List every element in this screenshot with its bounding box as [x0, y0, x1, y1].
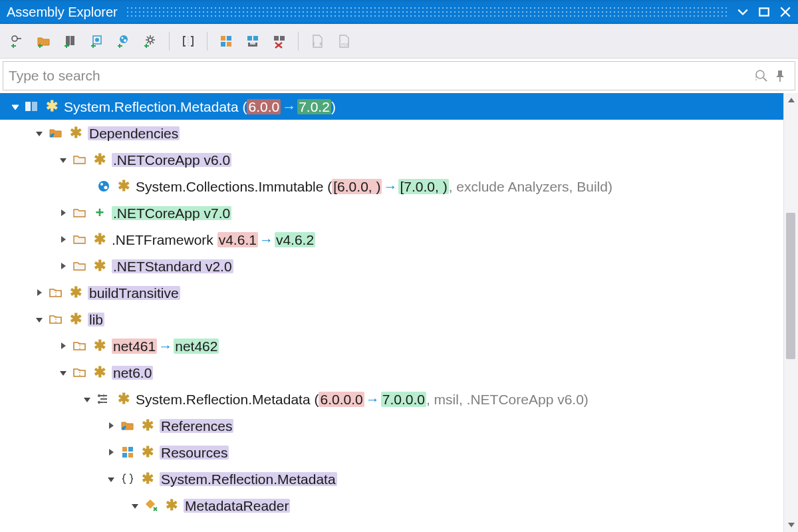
folder-icon	[72, 258, 88, 274]
add-reference-icon[interactable]	[5, 29, 29, 53]
assembly-tree[interactable]: ✱ System.Reflection.Metadata (6.0.0→7.0.…	[0, 93, 783, 532]
svg-rect-19	[250, 43, 255, 45]
svg-marker-61	[788, 98, 795, 102]
clear-icon[interactable]	[267, 29, 291, 53]
close-icon[interactable]	[779, 6, 791, 18]
add-stacked-icon[interactable]	[59, 29, 82, 53]
svg-marker-41	[36, 318, 43, 323]
search-input[interactable]	[9, 68, 752, 84]
settings-icon[interactable]	[138, 29, 162, 53]
vertical-scrollbar[interactable]	[783, 93, 798, 532]
tree-node-srm-lib[interactable]: ✱ System.Reflection.Metadata (6.0.0.0→7.…	[0, 386, 783, 412]
assembly-split-icon	[96, 391, 112, 407]
node-label: .NETCoreApp v7.0	[112, 206, 231, 220]
save-list-icon[interactable]	[241, 29, 265, 53]
grid-icon[interactable]	[214, 29, 238, 53]
xml-doc-icon[interactable]	[305, 29, 329, 53]
folder-split-icon	[72, 364, 88, 380]
expand-toggle[interactable]	[32, 312, 47, 327]
tree-node-net46x[interactable]: ✱ net461→net462	[0, 332, 783, 359]
pin-icon[interactable]	[771, 68, 789, 83]
expand-toggle[interactable]	[32, 126, 47, 140]
svg-rect-15	[221, 42, 225, 47]
svg-marker-30	[36, 132, 43, 136]
diff-marker-icon: ✱	[92, 338, 108, 353]
expand-toggle[interactable]	[8, 99, 23, 114]
pdb-doc-icon[interactable]: PDB	[332, 29, 356, 53]
tree-root-node[interactable]: ✱ System.Reflection.Metadata (6.0.0→7.0.…	[0, 93, 783, 120]
toolbar-separator	[169, 32, 170, 51]
expand-toggle[interactable]	[56, 152, 70, 167]
scroll-thumb[interactable]	[786, 213, 795, 359]
svg-point-8	[120, 35, 128, 43]
diff-marker-icon: ✱	[68, 126, 84, 140]
node-label: Resources	[160, 446, 229, 460]
expand-toggle[interactable]	[104, 445, 118, 460]
expand-toggle[interactable]	[104, 418, 118, 433]
diff-marker-icon: ✱	[140, 418, 156, 433]
tree-node-netframework[interactable]: ✱ .NETFramework v4.6.1→v4.6.2	[0, 226, 783, 253]
tree-node-netstandard[interactable]: ✱ .NETStandard v2.0	[0, 253, 783, 279]
window-title: Assembly Explorer	[7, 5, 118, 20]
tree-node-lib[interactable]: ✱ lib	[0, 306, 783, 332]
nuget-icon	[96, 178, 112, 194]
tree-node-resources[interactable]: ✱ Resources	[0, 439, 783, 466]
svg-marker-36	[61, 209, 66, 216]
expand-toggle[interactable]	[104, 471, 118, 486]
tree-container: ✱ System.Reflection.Metadata (6.0.0→7.0.…	[0, 93, 798, 532]
svg-rect-57	[128, 453, 133, 458]
diff-marker-icon: ✱	[140, 471, 156, 486]
svg-marker-43	[61, 342, 66, 349]
diff-marker-icon: ✱	[92, 152, 108, 167]
svg-marker-59	[132, 504, 138, 509]
node-label: .NETStandard v2.0	[112, 259, 233, 273]
svg-marker-37	[61, 236, 66, 243]
add-module-icon[interactable]	[85, 29, 109, 53]
svg-rect-17	[247, 36, 252, 41]
dropdown-icon[interactable]	[737, 6, 749, 18]
svg-point-49	[98, 394, 100, 397]
svg-point-50	[98, 401, 100, 404]
tree-node-namespace[interactable]: ✱ System.Reflection.Metadata	[0, 466, 783, 492]
scroll-down-icon[interactable]	[785, 519, 797, 531]
expand-toggle[interactable]	[56, 205, 70, 220]
brackets-icon[interactable]	[176, 29, 200, 53]
node-label: System.Collections.Immutable ([6.0.0, )→…	[136, 180, 612, 194]
folder-link-icon	[48, 125, 64, 141]
svg-rect-5	[70, 36, 74, 45]
svg-marker-47	[84, 398, 90, 402]
expand-toggle[interactable]	[56, 232, 70, 247]
add-nuget-icon[interactable]	[112, 29, 136, 53]
svg-rect-55	[128, 447, 133, 452]
node-label: System.Reflection.Metadata (6.0.0.0→7.0.…	[136, 392, 589, 406]
expand-toggle[interactable]	[128, 498, 142, 513]
tree-node-buildtransitive[interactable]: ✱ buildTransitive	[0, 279, 783, 306]
diff-marker-icon: ✱	[116, 179, 132, 194]
open-folder-icon[interactable]	[32, 29, 56, 53]
tree-node-netcoreapp6[interactable]: ✱ .NETCoreApp v6.0	[0, 146, 783, 173]
scroll-up-icon[interactable]	[785, 94, 797, 106]
tree-node-metadatareader[interactable]: ✱ MetadataReader	[0, 492, 783, 519]
expand-toggle[interactable]	[56, 365, 70, 380]
expand-toggle[interactable]	[56, 259, 70, 273]
expand-toggle[interactable]	[56, 338, 70, 353]
toolbar-separator	[207, 32, 207, 51]
node-label: .NETCoreApp v6.0	[112, 153, 231, 167]
search-icon[interactable]	[752, 68, 771, 83]
tree-node-references[interactable]: ✱ References	[0, 412, 783, 439]
tree-node-sci[interactable]: ✱ System.Collections.Immutable ([6.0.0, …	[0, 173, 783, 200]
node-label: .NETFramework v4.6.1→v4.6.2	[112, 233, 315, 247]
svg-point-23	[756, 70, 764, 78]
svg-rect-18	[253, 36, 258, 41]
node-label: buildTransitive	[88, 286, 180, 300]
diff-marker-icon: ✱	[116, 392, 132, 406]
tree-node-dependencies[interactable]: ✱ Dependencies	[0, 120, 783, 146]
tree-node-net60[interactable]: ✱ net6.0	[0, 359, 783, 386]
diff-marker-icon: ✱	[92, 365, 108, 380]
tree-node-netcoreapp7[interactable]: + .NETCoreApp v7.0	[0, 200, 783, 226]
expand-toggle[interactable]	[80, 392, 94, 406]
maximize-icon[interactable]	[758, 6, 770, 18]
svg-marker-32	[60, 158, 66, 163]
expand-toggle[interactable]	[32, 285, 47, 300]
titlebar-gripper[interactable]	[126, 6, 729, 18]
